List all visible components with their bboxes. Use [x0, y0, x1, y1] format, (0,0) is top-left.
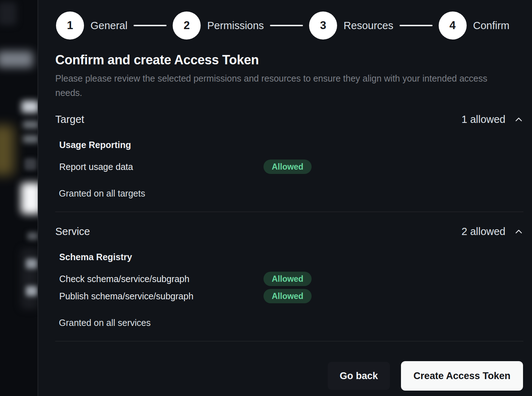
backdrop-heading-blob — [22, 101, 39, 113]
status-badge: Allowed — [263, 289, 312, 303]
permission-row: Report usage data Allowed — [55, 160, 523, 174]
step-connector-line — [270, 25, 303, 26]
section-header-service[interactable]: Service 2 allowed — [55, 226, 523, 238]
chevron-up-icon[interactable] — [514, 227, 523, 236]
backdrop-text-blob — [23, 121, 39, 129]
backdrop-panel-blob — [21, 249, 38, 309]
step-number-circle: 1 — [56, 11, 84, 40]
granted-scope-text: Granted on all services — [55, 318, 523, 328]
page-description: Please please review the selected permis… — [55, 71, 495, 100]
step-number-circle: 4 — [439, 11, 467, 40]
status-badge: Allowed — [263, 272, 312, 286]
backdrop-text-blob — [26, 259, 37, 269]
create-access-token-modal: 1 General 2 Permissions 3 Resources 4 Co… — [38, 0, 532, 396]
go-back-button[interactable]: Go back — [328, 362, 390, 390]
permission-group-title: Schema Registry — [55, 252, 523, 262]
step-number-circle: 3 — [309, 11, 337, 40]
permission-label: Check schema/service/subgraph — [59, 274, 263, 284]
section-body-service: Schema Registry Check schema/service/sub… — [55, 252, 523, 328]
backdrop-text-blob — [26, 286, 37, 296]
step-permissions[interactable]: 2 Permissions — [173, 11, 264, 40]
step-connector-line — [134, 25, 167, 26]
permission-label: Report usage data — [59, 162, 263, 172]
chevron-up-icon[interactable] — [514, 115, 523, 124]
wizard-stepper: 1 General 2 Permissions 3 Resources 4 Co… — [56, 0, 523, 51]
section-body-target: Usage Reporting Report usage data Allowe… — [55, 140, 523, 199]
step-number-circle: 2 — [173, 11, 201, 40]
modal-footer: Go back Create Access Token — [328, 361, 523, 391]
permission-label: Publish schema/service/subgraph — [59, 291, 263, 301]
backdrop-nav-item-blob — [0, 51, 33, 68]
page-title: Confirm and create Access Token — [55, 52, 523, 68]
backdrop-card-blob — [0, 2, 17, 25]
step-label: Resources — [344, 20, 393, 32]
create-access-token-button[interactable]: Create Access Token — [401, 361, 523, 391]
section-allowed-count: 1 allowed — [461, 114, 523, 125]
status-badge: Allowed — [263, 160, 312, 174]
step-connector-line — [400, 25, 433, 26]
footer-divider — [55, 341, 523, 341]
section-divider — [55, 212, 523, 212]
step-confirm[interactable]: 4 Confirm — [439, 11, 510, 40]
permission-group-title: Usage Reporting — [55, 140, 523, 150]
allowed-count-label: 1 allowed — [461, 114, 505, 125]
permission-row: Publish schema/service/subgraph Allowed — [55, 289, 523, 303]
allowed-count-label: 2 allowed — [461, 226, 505, 238]
backdrop-accent-blob — [0, 125, 14, 175]
backdrop-text-blob — [27, 232, 38, 240]
backdrop-icon-blob — [24, 158, 37, 170]
section-allowed-count: 2 allowed — [461, 226, 523, 238]
step-label: Permissions — [207, 20, 264, 32]
step-resources[interactable]: 3 Resources — [309, 11, 393, 40]
step-label: Confirm — [473, 20, 510, 32]
section-header-target[interactable]: Target 1 allowed — [55, 114, 523, 125]
granted-scope-text: Granted on all targets — [55, 188, 523, 199]
step-general[interactable]: 1 General — [56, 11, 127, 40]
step-label: General — [90, 20, 127, 32]
section-title: Target — [55, 114, 84, 125]
section-title: Service — [55, 226, 90, 238]
permission-row: Check schema/service/subgraph Allowed — [55, 272, 523, 286]
backdrop-text-blob — [23, 135, 39, 143]
